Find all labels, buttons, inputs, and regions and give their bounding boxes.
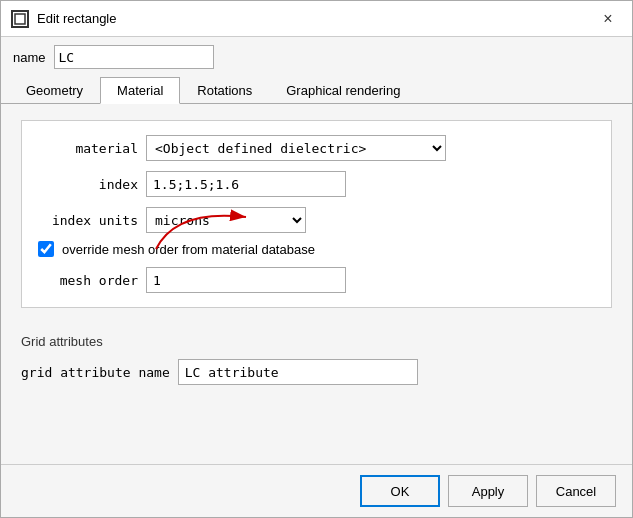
close-button[interactable]: × — [594, 5, 622, 33]
name-row: name — [1, 37, 632, 77]
mesh-order-label: mesh order — [38, 273, 138, 288]
tab-geometry[interactable]: Geometry — [9, 77, 100, 104]
rectangle-icon — [11, 10, 29, 28]
ok-button[interactable]: OK — [360, 475, 440, 507]
tab-graphical-rendering[interactable]: Graphical rendering — [269, 77, 417, 104]
index-units-label: index units — [38, 213, 138, 228]
index-row: index — [38, 171, 595, 197]
material-row: material <Object defined dielectric> — [38, 135, 595, 161]
tab-rotations[interactable]: Rotations — [180, 77, 269, 104]
tab-content: material <Object defined dielectric> ind… — [1, 104, 632, 464]
tabs-bar: Geometry Material Rotations Graphical re… — [1, 77, 632, 104]
index-input[interactable] — [146, 171, 346, 197]
cancel-button[interactable]: Cancel — [536, 475, 616, 507]
name-input[interactable] — [54, 45, 214, 69]
index-row-wrap: index index units microns — [38, 171, 595, 233]
tab-material[interactable]: Material — [100, 77, 180, 104]
name-label: name — [13, 50, 46, 65]
override-checkbox-row: override mesh order from material databa… — [38, 241, 595, 257]
index-label: index — [38, 177, 138, 192]
override-checkbox-label[interactable]: override mesh order from material databa… — [62, 242, 315, 257]
grid-attribute-input[interactable] — [178, 359, 418, 385]
grid-attributes-section: Grid attributes grid attribute name — [21, 324, 612, 395]
title-bar: Edit rectangle × — [1, 1, 632, 37]
material-label: material — [38, 141, 138, 156]
grid-attribute-row: grid attribute name — [21, 359, 612, 385]
material-select[interactable]: <Object defined dielectric> — [146, 135, 446, 161]
mesh-order-row: mesh order — [38, 267, 595, 293]
grid-section-title: Grid attributes — [21, 334, 612, 349]
grid-attribute-label: grid attribute name — [21, 365, 170, 380]
override-checkbox[interactable] — [38, 241, 54, 257]
material-section: material <Object defined dielectric> ind… — [21, 120, 612, 308]
index-units-row: index units microns — [38, 207, 595, 233]
mesh-order-input[interactable] — [146, 267, 346, 293]
index-units-select[interactable]: microns — [146, 207, 306, 233]
dialog-title: Edit rectangle — [37, 11, 594, 26]
apply-button[interactable]: Apply — [448, 475, 528, 507]
dialog-footer: OK Apply Cancel — [1, 464, 632, 517]
edit-rectangle-dialog: Edit rectangle × name Geometry Material … — [0, 0, 633, 518]
